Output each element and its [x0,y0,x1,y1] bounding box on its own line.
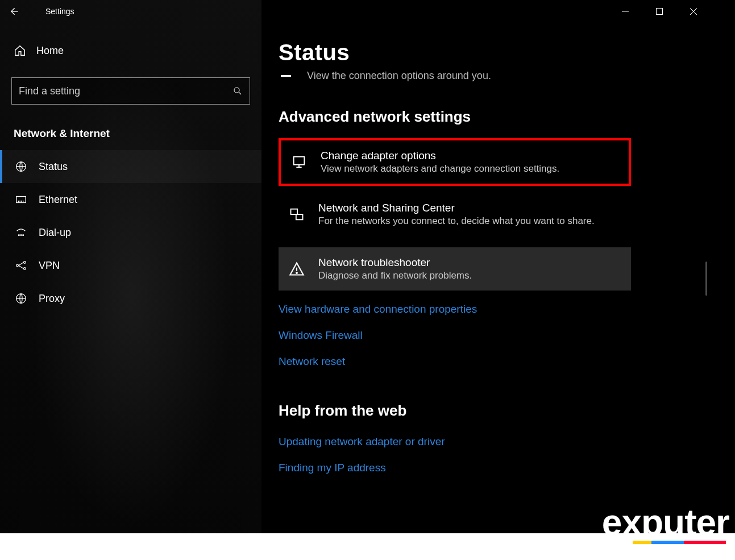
right-margin [711,0,735,533]
section-help-heading: Help from the web [279,402,711,420]
sidebar-item-proxy[interactable]: Proxy [0,282,261,315]
exputer-watermark: exputer [602,507,729,540]
ethernet-icon [15,193,27,206]
sidebar: Home Network & Internet Status [0,0,261,533]
section-advanced-heading: Advanced network settings [279,108,711,126]
link-windows-firewall[interactable]: Windows Firewall [279,322,711,349]
adapter-icon [291,154,307,170]
link-find-ip[interactable]: Finding my IP address [279,455,711,481]
svg-point-14 [20,235,22,236]
home-icon [14,44,26,57]
tile-title: Network and Sharing Center [318,202,595,214]
back-button[interactable] [0,0,27,23]
close-button[interactable] [676,0,711,23]
svg-line-20 [18,266,23,269]
svg-point-18 [24,268,26,270]
tile-desc: View network adapters and change connect… [321,163,559,175]
minimize-icon [622,8,629,15]
sidebar-section-label: Network & Internet [0,121,261,150]
svg-rect-23 [294,157,305,165]
close-icon [690,8,697,15]
globe-icon [15,292,27,305]
maximize-icon [656,8,663,15]
svg-rect-8 [16,197,26,203]
sidebar-item-ethernet[interactable]: Ethernet [0,183,261,216]
sidebar-item-label: VPN [39,260,60,272]
sidebar-item-dialup[interactable]: Dial-up [0,216,261,249]
minus-glyph-icon [281,75,291,77]
link-network-reset[interactable]: Network reset [279,349,711,375]
globe-net-icon [15,160,27,173]
warning-icon [289,261,305,277]
page-title: Status [279,40,711,65]
svg-point-29 [296,272,297,273]
tile-sharing-center[interactable]: Network and Sharing Center For the netwo… [279,193,631,236]
svg-point-15 [23,235,24,236]
minimize-button[interactable] [608,0,642,23]
search-field[interactable] [11,77,250,105]
sidebar-nav: Status Ethernet Dial- [0,150,261,315]
tile-desc: Diagnose and fix network problems. [318,270,472,281]
sidebar-item-vpn[interactable]: VPN [0,249,261,282]
svg-point-5 [234,88,239,93]
svg-line-6 [239,92,241,94]
svg-rect-27 [296,214,303,219]
sidebar-item-status[interactable]: Status [0,150,261,183]
sidebar-item-label: Status [39,161,68,173]
watermark-underline-icon [633,541,726,544]
svg-point-17 [24,262,26,264]
tile-desc: For the networks you connect to, decide … [318,215,595,227]
maximize-button[interactable] [642,0,676,23]
sidebar-item-label: Proxy [39,293,65,305]
tile-troubleshooter[interactable]: Network troubleshooter Diagnose and fix … [279,247,631,291]
tile-title: Network troubleshooter [318,256,472,269]
sidebar-item-label: Dial-up [39,227,71,239]
sharing-icon [289,206,305,222]
svg-rect-26 [291,209,298,214]
svg-rect-2 [657,9,663,15]
svg-point-13 [18,235,19,236]
sidebar-item-label: Ethernet [39,194,77,206]
window-title: Settings [27,7,74,16]
help-links: Updating network adapter or driver Findi… [279,429,711,481]
dialup-icon [15,226,27,239]
partial-tile-above: View the connection options around you. [279,70,711,82]
scrollbar-thumb[interactable] [705,262,707,296]
advanced-links: View hardware and connection properties … [279,296,711,375]
search-icon [232,86,243,96]
vpn-icon [15,259,27,272]
partial-tile-desc: View the connection options around you. [307,70,491,82]
svg-line-19 [18,263,23,266]
arrow-left-icon [8,6,19,17]
home-label: Home [36,45,64,57]
home-nav[interactable]: Home [0,34,261,77]
tile-title: Change adapter options [321,150,559,162]
svg-point-16 [16,264,19,267]
main-content: Status View the connection options aroun… [261,0,711,533]
link-hardware-props[interactable]: View hardware and connection properties [279,296,711,322]
search-input[interactable] [19,85,232,97]
link-update-adapter[interactable]: Updating network adapter or driver [279,429,711,455]
tile-change-adapter[interactable]: Change adapter options View network adap… [279,138,631,186]
